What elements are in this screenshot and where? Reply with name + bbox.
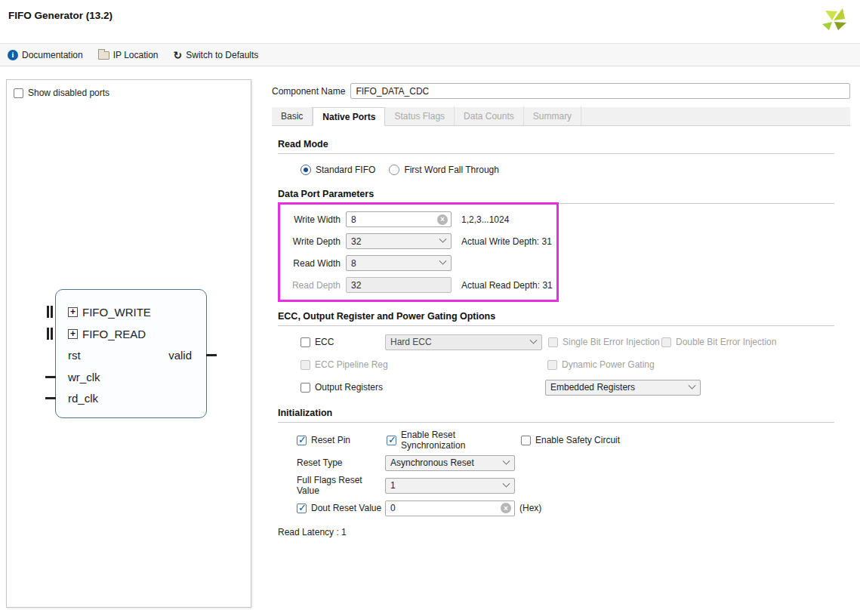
ecc-pipeline-item: ECC Pipeline Reg <box>301 359 547 370</box>
highlight-annotation-box: Write Width 8 1,2,3...1024 Write Depth 3… <box>278 202 559 302</box>
embedded-registers-value: Embedded Registers <box>550 382 635 393</box>
tab-status-flags: Status Flags <box>385 106 455 125</box>
port-label-rd-clk: rd_clk <box>68 392 98 405</box>
enable-reset-sync-item[interactable]: Enable Reset Synchronization <box>387 430 521 451</box>
full-flags-select[interactable]: 1 <box>385 478 515 494</box>
dynamic-power-item: Dynamic Power Gating <box>547 359 655 370</box>
enable-safety-item[interactable]: Enable Safety Circuit <box>521 435 620 445</box>
write-width-input[interactable]: 8 <box>346 211 452 227</box>
reset-pin-checkbox[interactable] <box>297 436 307 445</box>
tab-bar: Basic Native Ports Status Flags Data Cou… <box>272 107 850 126</box>
reset-pin-label: Reset Pin <box>311 435 350 445</box>
ip-location-button[interactable]: IP Location <box>98 50 159 60</box>
port-stub-icon <box>45 397 56 399</box>
radio-first-word-fall-through[interactable]: First Word Fall Through <box>389 165 499 175</box>
read-latency-text: Read Latency : 1 <box>278 527 850 537</box>
ecc-checkbox-item[interactable]: ECC <box>301 337 385 347</box>
show-disabled-ports[interactable]: Show disabled ports <box>14 88 109 98</box>
component-name-value: FIFO_DATA_CDC <box>356 86 429 97</box>
write-depth-select[interactable]: 32 <box>346 233 452 249</box>
port-stub-icon <box>206 354 217 356</box>
interface-label: FIFO_WRITE <box>82 306 151 319</box>
initialization-section-title: Initialization <box>278 408 834 423</box>
switch-to-defaults-button[interactable]: Switch to Defaults <box>174 50 259 60</box>
radio-standard-fifo[interactable]: Standard FIFO <box>301 165 375 175</box>
dynamic-power-label: Dynamic Power Gating <box>562 359 655 370</box>
enable-reset-sync-checkbox[interactable] <box>387 436 396 445</box>
fifo-generator-window: FIFO Generator (13.2) Documentation IP L… <box>0 0 860 616</box>
read-mode-section-title: Read Mode <box>278 139 834 154</box>
interface-row-fifo-write[interactable]: FIFO_WRITE <box>56 304 206 319</box>
read-depth-row: Read Depth 32 Actual Read Depth: 31 <box>285 274 556 296</box>
reset-pin-item[interactable]: Reset Pin <box>297 435 387 445</box>
dout-reset-input[interactable]: 0 <box>385 500 515 516</box>
double-bit-label: Double Bit Error Injection <box>676 337 776 347</box>
component-name-input[interactable]: FIFO_DATA_CDC <box>350 83 850 99</box>
initialization-rows: Reset Pin Enable Reset Synchronization E… <box>297 429 850 519</box>
tab-native-ports[interactable]: Native Ports <box>313 107 385 126</box>
window-title: FIFO Generator (13.2) <box>8 10 113 21</box>
tab-basic[interactable]: Basic <box>272 106 313 125</box>
output-registers-checkbox[interactable] <box>301 383 310 393</box>
double-bit-checkbox <box>661 337 671 347</box>
documentation-label: Documentation <box>22 50 83 60</box>
read-width-select[interactable]: 8 <box>346 255 452 271</box>
radio-standard-fifo-label: Standard FIFO <box>316 165 375 175</box>
embedded-registers-select[interactable]: Embedded Registers <box>545 380 701 396</box>
radio-fwft-label: First Word Fall Through <box>404 165 499 175</box>
reset-type-value: Asynchronous Reset <box>390 457 474 468</box>
ecc-checkbox[interactable] <box>301 337 310 347</box>
clear-icon[interactable] <box>501 503 511 513</box>
component-name-row: Component Name FIFO_DATA_CDC <box>272 83 850 99</box>
init-row-4: Dout Reset Value 0 (Hex) <box>297 497 850 519</box>
enable-reset-sync-label: Enable Reset Synchronization <box>401 430 521 451</box>
ip-symbol-block: FIFO_WRITE FIFO_READ rst valid wr_clk <box>55 289 207 418</box>
documentation-button[interactable]: Documentation <box>8 50 83 60</box>
radio-icon[interactable] <box>389 165 399 175</box>
full-flags-value: 1 <box>390 480 396 491</box>
single-bit-checkbox <box>548 337 558 347</box>
enable-safety-label: Enable Safety Circuit <box>535 435 620 445</box>
clear-icon[interactable] <box>437 214 448 225</box>
interface-label: FIFO_READ <box>82 328 146 340</box>
chevron-down-icon <box>439 236 447 243</box>
chevron-down-icon <box>689 381 696 389</box>
expand-icon[interactable] <box>68 307 78 317</box>
ecc-row-3: Output Registers Embedded Registers <box>301 376 850 399</box>
ecc-row-1: ECC Hard ECC Single Bit Error Injection <box>301 331 850 353</box>
write-width-value: 8 <box>351 214 356 225</box>
tab-data-counts: Data Counts <box>455 106 524 125</box>
ecc-mode-value: Hard ECC <box>390 337 432 347</box>
reset-type-select[interactable]: Asynchronous Reset <box>385 455 515 471</box>
single-bit-label: Single Bit Error Injection <box>563 337 660 347</box>
write-width-hint: 1,2,3...1024 <box>461 214 509 225</box>
write-width-row: Write Width 8 1,2,3...1024 <box>285 208 556 230</box>
port-row-rst-valid: rst valid <box>56 347 206 362</box>
full-flags-label: Full Flags Reset Value <box>297 475 385 496</box>
port-row-rd-clk: rd_clk <box>56 390 206 405</box>
ecc-row-2: ECC Pipeline Reg Dynamic Power Gating <box>301 353 850 376</box>
expand-icon[interactable] <box>68 329 78 339</box>
configuration-panel: Component Name FIFO_DATA_CDC Basic Nativ… <box>272 79 850 537</box>
actual-write-depth: Actual Write Depth: 31 <box>461 236 552 247</box>
dout-reset-checkbox[interactable] <box>297 504 307 513</box>
write-depth-value: 32 <box>351 236 361 247</box>
dout-reset-item[interactable]: Dout Reset Value <box>297 503 385 513</box>
info-icon <box>8 50 18 60</box>
component-name-label: Component Name <box>272 86 345 97</box>
radio-icon[interactable] <box>301 165 311 175</box>
hex-suffix: (Hex) <box>519 503 541 513</box>
output-registers-label: Output Registers <box>315 382 383 393</box>
native-ports-tab-content: Read Mode Standard FIFO First Word Fall … <box>272 126 850 537</box>
enable-safety-checkbox[interactable] <box>521 436 531 445</box>
ip-location-label: IP Location <box>113 50 159 60</box>
ecc-section-title: ECC, Output Register and Power Gating Op… <box>278 311 834 326</box>
interface-row-fifo-read[interactable]: FIFO_READ <box>56 326 206 341</box>
output-registers-item[interactable]: Output Registers <box>301 382 545 393</box>
show-disabled-ports-checkbox[interactable] <box>14 88 23 98</box>
ecc-section: ECC, Output Register and Power Gating Op… <box>278 311 850 399</box>
ecc-pipeline-label: ECC Pipeline Reg <box>315 359 388 370</box>
dynamic-power-checkbox <box>547 360 557 370</box>
write-depth-row: Write Depth 32 Actual Write Depth: 31 <box>285 230 556 252</box>
ecc-rows: ECC Hard ECC Single Bit Error Injection <box>301 331 850 399</box>
